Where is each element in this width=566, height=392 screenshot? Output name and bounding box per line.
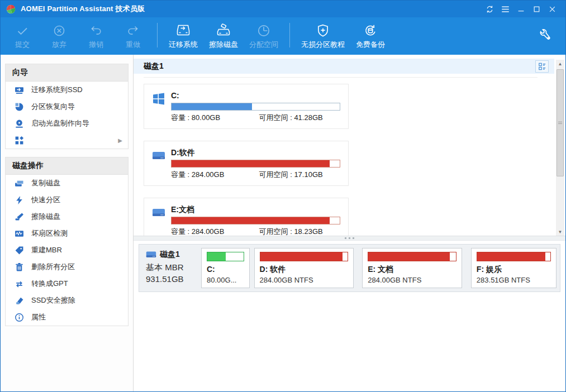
- brush-icon: [15, 212, 24, 222]
- sidebar-item-label: 重建MBR: [31, 245, 62, 255]
- disk-drive-icon: [152, 149, 167, 179]
- more-tools-icon: [15, 136, 24, 145]
- migrate-ssd-icon: [15, 85, 24, 95]
- sidebar-item-copy-disk[interactable]: 复制磁盘: [6, 175, 128, 192]
- usage-bar: [368, 252, 456, 261]
- wrench-icon[interactable]: [533, 23, 558, 47]
- scrollbar-track[interactable]: [556, 68, 564, 228]
- sidebar-section-disk-operations: 磁盘操作 复制磁盘 快速分区 擦除: [5, 157, 129, 326]
- section-title-wizards: 向导: [6, 64, 128, 82]
- partition-name: D:软件: [171, 148, 340, 157]
- sidebar-item-wipe-disk[interactable]: 擦除磁盘: [6, 208, 128, 225]
- wipe-disk-button[interactable]: 擦除磁盘: [203, 21, 244, 50]
- partition-name: C:: [171, 91, 340, 100]
- capacity-text: 容量 : 80.00GB: [171, 114, 259, 122]
- sidebar-item-label: 启动光盘制作向导: [31, 118, 89, 128]
- partition-name: E:文档: [171, 205, 340, 214]
- chevron-right-icon: ▶: [118, 137, 122, 144]
- panel-splitter[interactable]: [134, 236, 565, 241]
- usage-bar: [171, 160, 340, 168]
- partition-card-e[interactable]: E:文档 容量 : 284.00GB 可用空间 : 18.23GB: [144, 198, 349, 236]
- section-title-disk-operations: 磁盘操作: [6, 157, 128, 175]
- disk-drive-icon: [152, 206, 167, 236]
- disk-map-partition-f[interactable]: F: 娱乐 283.51GB NTFS: [471, 248, 557, 288]
- usage-bar-fill: [172, 217, 330, 224]
- partition-size-fs: 283.51GB NTFS: [477, 275, 551, 285]
- disk-header: 磁盘1: [134, 59, 554, 74]
- partition-card-c[interactable]: C: 容量 : 80.00GB 可用空间 : 41.28GB: [144, 84, 349, 129]
- menu-icon[interactable]: [497, 3, 513, 15]
- sidebar-item-properties[interactable]: 属性: [6, 309, 128, 326]
- sidebar-item-migrate-to-ssd[interactable]: 迁移系统到SSD: [6, 82, 128, 98]
- tag-icon: [15, 246, 24, 255]
- usage-bar-fill: [260, 252, 343, 261]
- usage-bar: [207, 252, 244, 261]
- allocate-space-button[interactable]: 分配空间: [244, 21, 284, 50]
- usage-bar: [477, 252, 551, 261]
- disk-size: 931.51GB: [146, 273, 196, 285]
- convert-arrows-icon: [15, 279, 24, 289]
- partition-recovery-icon: [15, 102, 24, 112]
- capacity-text: 容量 : 284.00GB: [171, 228, 259, 236]
- sidebar-item-partition-recovery[interactable]: 分区恢复向导: [6, 98, 128, 115]
- disk-name: 磁盘1: [160, 250, 180, 260]
- usage-bar: [171, 217, 340, 224]
- sidebar-item-bootable-media[interactable]: 启动光盘制作向导: [6, 115, 128, 132]
- sidebar-item-rebuild-mbr[interactable]: 重建MBR: [6, 242, 128, 259]
- sidebar-item-label: 属性: [31, 312, 46, 322]
- partition-card-list: C: 容量 : 80.00GB 可用空间 : 41.28GB: [134, 74, 554, 236]
- title-bar: AOMEI Partition Assistant 技术员版: [1, 1, 565, 17]
- sidebar-item-delete-all-partitions[interactable]: 删除所有分区: [6, 259, 128, 275]
- sidebar-item-bad-sector-test[interactable]: 坏扇区检测: [6, 225, 128, 242]
- partition-size-fs: 284.00GB NTFS: [368, 275, 456, 285]
- bad-sector-icon: [15, 229, 24, 238]
- usage-bar-fill: [477, 252, 545, 261]
- disk-map-partition-c[interactable]: C: 80.00G...: [201, 248, 250, 288]
- sidebar-item-quick-partition[interactable]: 快速分区: [6, 192, 128, 208]
- free-space-text: 可用空间 : 17.10GB: [259, 171, 323, 179]
- partition-info: 容量 : 284.00GB 可用空间 : 17.10GB: [171, 171, 340, 179]
- free-space-text: 可用空间 : 18.23GB: [259, 228, 323, 236]
- partition-tutorial-button[interactable]: 无损分区教程: [296, 21, 350, 50]
- copy-disk-icon: [15, 179, 24, 188]
- toolbar-separator: [289, 23, 290, 47]
- view-toggle-button[interactable]: [535, 60, 549, 73]
- partition-name: E: 文档: [368, 264, 456, 275]
- commit-button[interactable]: 提交: [4, 21, 41, 50]
- migrate-system-button[interactable]: 迁移系统: [163, 21, 203, 50]
- partition-info: 容量 : 284.00GB 可用空间 : 18.23GB: [171, 228, 340, 236]
- sidebar-item-label: 转换成GPT: [31, 279, 68, 289]
- free-backup-button[interactable]: 免费备份: [350, 21, 391, 50]
- check-icon: [16, 23, 29, 39]
- disk-map-partition-d[interactable]: D: 软件 284.00GB NTFS: [254, 248, 354, 288]
- redo-button[interactable]: 重做: [115, 21, 151, 50]
- sidebar-item-label: 坏扇区检测: [31, 228, 68, 238]
- scroll-up-arrow[interactable]: ▲: [556, 60, 564, 68]
- sidebar-item-label: 擦除磁盘: [31, 212, 60, 222]
- bootable-media-icon: [15, 119, 24, 128]
- undo-button[interactable]: 撤销: [78, 21, 115, 50]
- disk-map-partition-e[interactable]: E: 文档 284.00GB NTFS: [362, 248, 462, 288]
- partition-name: F: 娱乐: [477, 264, 551, 275]
- redo-icon: [126, 23, 140, 39]
- toolbar-separator: [157, 23, 158, 47]
- sidebar-item-convert-to-gpt[interactable]: 转换成GPT: [6, 275, 128, 292]
- scrollbar-thumb[interactable]: [557, 69, 564, 176]
- sidebar: 向导 迁移系统到SSD 分区恢复向导: [1, 55, 134, 391]
- refresh-icon[interactable]: [482, 3, 497, 15]
- partition-name: C:: [207, 264, 244, 275]
- disk-info-block[interactable]: 磁盘1 基本 MBR 931.51GB: [142, 248, 197, 288]
- usage-bar-fill: [172, 103, 252, 110]
- close-button[interactable]: [544, 3, 560, 15]
- scroll-down-arrow[interactable]: ▼: [556, 228, 564, 236]
- maximize-button[interactable]: [529, 3, 544, 15]
- usage-bar: [260, 252, 349, 261]
- minimize-button[interactable]: [513, 3, 529, 15]
- discard-button[interactable]: 放弃: [41, 21, 78, 50]
- trash-icon: [15, 262, 24, 272]
- disk-drive-icon: [146, 250, 156, 259]
- partition-card-d[interactable]: D:软件 容量 : 284.00GB 可用空间 : 17.10GB: [144, 141, 349, 186]
- sidebar-item-ssd-secure-erase[interactable]: SSD安全擦除: [6, 292, 128, 309]
- sidebar-item-more-tools[interactable]: ▶: [6, 132, 128, 149]
- usage-bar-fill: [172, 160, 330, 167]
